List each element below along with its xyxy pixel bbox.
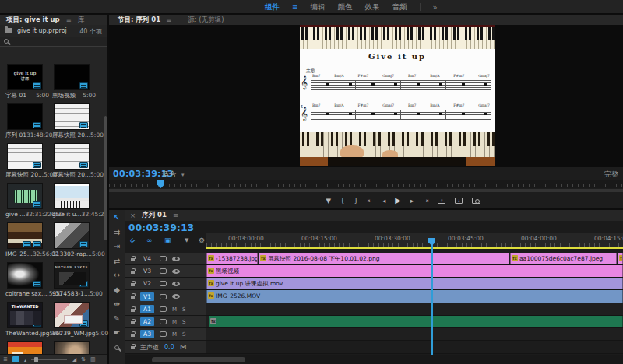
project-item-thumbnail[interactable]	[7, 103, 43, 130]
lock-icon[interactable]	[131, 334, 135, 337]
timeline-clip[interactable]: fxgive it up 讲课虚拟.mov	[206, 278, 623, 289]
source-patch-icon[interactable]	[160, 319, 167, 324]
lock-icon[interactable]	[131, 283, 135, 286]
solo-button[interactable]: S	[182, 306, 185, 313]
mark-out-button[interactable]: }	[354, 197, 358, 205]
sequence-tab[interactable]: 序列 01	[142, 211, 167, 220]
project-item-thumbnail[interactable]	[7, 183, 43, 209]
rolling-edit-tool[interactable]: ⇄	[114, 257, 120, 265]
track-output-eye-icon[interactable]	[172, 257, 180, 261]
source-patch-icon[interactable]	[160, 268, 167, 274]
lock-icon[interactable]	[131, 309, 135, 312]
zoom-level-dropdown[interactable]: 适合▾	[162, 170, 185, 180]
workspace-overflow-icon[interactable]: »	[433, 3, 438, 12]
source-patch-icon[interactable]	[160, 256, 167, 261]
selection-tool[interactable]: ↖	[114, 214, 120, 222]
workspace-tab-color[interactable]: 颜色	[338, 2, 353, 12]
timeline-clip[interactable]: fxIMG_2526.MOV	[206, 290, 623, 303]
workspace-tab-effects[interactable]: 效果	[365, 2, 380, 12]
go-to-out-button[interactable]: ⇥	[423, 197, 428, 205]
lock-icon[interactable]	[131, 296, 135, 299]
timeline-clip[interactable]: fx屏幕快照 2016-08-08 下午10.01.02.png	[259, 253, 509, 264]
workspace-tab-audio[interactable]: 音频	[392, 2, 407, 12]
keyframe-navigator-icon[interactable]: ⋈	[180, 343, 187, 351]
track-label-v3[interactable]: V3	[140, 267, 154, 275]
solo-button[interactable]: S	[182, 331, 185, 338]
workspace-tab-editing[interactable]: 编辑	[311, 2, 326, 12]
project-tab[interactable]: 项目: give it up	[6, 16, 60, 25]
libraries-tab[interactable]: 库	[78, 16, 85, 25]
snap-icon[interactable]: ∪	[128, 235, 138, 245]
track-lane-master[interactable]	[206, 341, 623, 354]
project-item-thumbnail[interactable]	[54, 103, 90, 130]
track-label-a1[interactable]: A1	[140, 305, 154, 313]
panel-menu-icon[interactable]: ≡	[173, 212, 178, 219]
mute-button[interactable]: M	[172, 319, 177, 325]
track-label-v2[interactable]: V2	[140, 279, 154, 288]
source-patch-icon[interactable]	[160, 294, 167, 299]
panel-menu-icon[interactable]: ≡	[66, 16, 72, 24]
new-item-icon[interactable]: ▥	[90, 356, 96, 362]
thumbnail-zoom-slider[interactable]	[31, 359, 67, 360]
project-item-thumbnail[interactable]: give it up 讲课	[7, 64, 43, 90]
timeline-ruler[interactable]: 00:03:00:00 00:03:15:00 00:03:30:00 00:0…	[206, 233, 623, 247]
hand-tool[interactable]: ☛	[114, 329, 121, 337]
ripple-edit-tool[interactable]: ⇥	[114, 243, 120, 250]
zoom-in-icon[interactable]: ◢	[72, 356, 76, 363]
playback-resolution-dropdown[interactable]: 完整	[604, 170, 618, 180]
nested-sequence-icon[interactable]: ▣	[164, 236, 171, 245]
timeline-timecode[interactable]: 00:03:39:13	[128, 222, 195, 233]
step-forward-button[interactable]: ▸	[410, 197, 414, 205]
program-monitor-tab[interactable]: 节目: 序列 01	[118, 16, 160, 25]
timeline-clip[interactable]: fx黑场视频	[206, 265, 623, 277]
timeline-horizontal-scrollbar[interactable]	[125, 355, 623, 364]
zoom-out-icon[interactable]: ▴	[24, 357, 26, 362]
list-view-button[interactable]: ≣	[3, 356, 8, 362]
lock-icon[interactable]	[131, 321, 135, 324]
track-lane-a3[interactable]	[206, 328, 623, 341]
rate-stretch-tool[interactable]: ↔	[114, 271, 120, 279]
track-output-eye-icon[interactable]	[172, 282, 180, 286]
mute-button[interactable]: M	[172, 331, 177, 338]
solo-button[interactable]: S	[182, 319, 185, 325]
add-marker-button[interactable]: ▼	[326, 197, 332, 205]
project-item-thumbnail[interactable]	[54, 183, 90, 209]
lift-button[interactable]: ↑	[438, 198, 445, 204]
source-patch-icon[interactable]	[160, 306, 167, 312]
source-patch-icon[interactable]	[160, 281, 167, 286]
icon-view-button[interactable]	[12, 356, 19, 362]
play-button[interactable]: ▶	[395, 197, 401, 205]
timeline-clip[interactable]: fxaa100075de6c0ac7e87.jpeg	[510, 253, 617, 264]
timeline-clip[interactable]: fx	[618, 253, 623, 264]
timeline-playhead-line[interactable]	[431, 244, 433, 355]
panel-menu-icon[interactable]: ≡	[166, 16, 171, 24]
project-item-thumbnail[interactable]	[7, 262, 43, 289]
workspace-menu-icon[interactable]: ≡	[292, 3, 298, 11]
project-item-thumbnail[interactable]	[54, 64, 90, 90]
project-item-thumbnail[interactable]: TheWANTED	[7, 302, 43, 328]
track-output-eye-icon[interactable]	[172, 269, 180, 274]
monitor-scrubber[interactable]	[109, 180, 623, 188]
track-select-forward-tool[interactable]: ⇉	[114, 229, 120, 236]
project-search[interactable]	[0, 37, 107, 47]
pen-tool[interactable]: ✎	[114, 315, 120, 323]
extract-button[interactable]: ↓	[455, 198, 463, 204]
close-icon[interactable]: ×	[130, 212, 136, 219]
project-file-name[interactable]: give it up.prproj	[17, 27, 67, 34]
go-to-in-button[interactable]: ⇤	[368, 197, 373, 205]
sort-icon[interactable]: ⇅	[81, 356, 86, 362]
mute-button[interactable]: M	[172, 306, 177, 313]
slider-knob[interactable]	[34, 357, 38, 362]
lock-icon[interactable]	[131, 346, 135, 349]
track-label-a2[interactable]: A2	[140, 317, 154, 326]
master-level-value[interactable]: 0.0	[164, 344, 174, 351]
mark-in-button[interactable]: {	[340, 197, 344, 205]
timeline-settings-icon[interactable]: ⚙	[199, 236, 205, 245]
timeline-audio-clip[interactable]: fx	[209, 316, 623, 327]
linked-selection-icon[interactable]: ∞	[146, 236, 153, 245]
track-lane-a1[interactable]	[206, 303, 623, 316]
monitor-zoom-scrollbar[interactable]	[109, 189, 623, 192]
source-patch-icon[interactable]	[160, 331, 167, 337]
track-label-v4[interactable]: V4	[140, 254, 154, 263]
project-item-thumbnail[interactable]	[7, 143, 43, 170]
